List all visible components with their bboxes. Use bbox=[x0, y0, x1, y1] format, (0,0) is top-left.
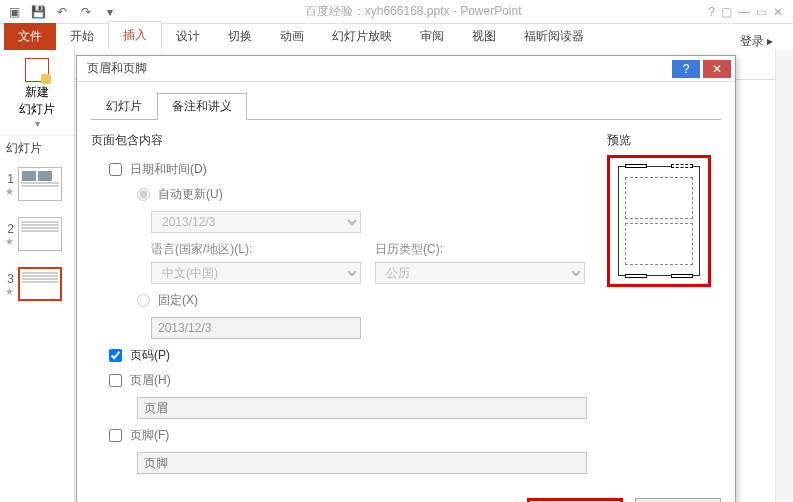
slide-thumb-2[interactable]: 2★ bbox=[4, 217, 70, 251]
quick-access-toolbar: ▣ 💾 ↶ ↷ ▾ bbox=[0, 4, 118, 20]
restore-icon[interactable]: ▭ bbox=[756, 5, 767, 19]
auto-update-label: 自动更新(U) bbox=[158, 186, 223, 203]
section-title: 页面包含内容 bbox=[91, 132, 587, 149]
header-checkbox[interactable] bbox=[109, 374, 122, 387]
dialog-close-button[interactable]: ✕ bbox=[703, 60, 731, 78]
new-slide-button[interactable]: 新建 幻灯片 ▾ bbox=[0, 54, 74, 136]
dialog-tab-notes[interactable]: 备注和讲义 bbox=[157, 93, 247, 120]
vertical-scrollbar[interactable] bbox=[775, 50, 793, 502]
tab-file[interactable]: 文件 bbox=[4, 23, 56, 50]
tab-review[interactable]: 审阅 bbox=[406, 23, 458, 50]
document-title: 百度经验：xyh666168.pptx - PowerPoint bbox=[118, 3, 708, 20]
window-controls: ? ▢ — ▭ ✕ bbox=[708, 5, 793, 19]
apply-all-highlight: 全部应用(Y) bbox=[527, 498, 623, 502]
help-icon[interactable]: ? bbox=[708, 5, 715, 19]
preview-highlight bbox=[607, 155, 711, 287]
dialog-help-button[interactable]: ? bbox=[672, 60, 700, 78]
tab-design[interactable]: 设计 bbox=[162, 23, 214, 50]
header-input[interactable] bbox=[137, 397, 587, 419]
tab-animations[interactable]: 动画 bbox=[266, 23, 318, 50]
ribbon-toggle-icon[interactable]: ▢ bbox=[721, 5, 732, 19]
calendar-select[interactable]: 公历 bbox=[375, 262, 585, 284]
dialog-tabs: 幻灯片 备注和讲义 bbox=[91, 92, 721, 120]
slide-thumb-1[interactable]: 1★ bbox=[4, 167, 70, 201]
footer-input[interactable] bbox=[137, 452, 587, 474]
header-label: 页眉(H) bbox=[130, 372, 171, 389]
footer-label: 页脚(F) bbox=[130, 427, 169, 444]
datetime-label: 日期和时间(D) bbox=[130, 161, 207, 178]
ribbon-tabs: 文件 开始 插入 设计 切换 动画 幻灯片放映 审阅 视图 福昕阅读器 登录 ▸ bbox=[0, 24, 793, 50]
new-slide-icon bbox=[25, 58, 49, 82]
datetime-checkbox[interactable] bbox=[109, 163, 122, 176]
cancel-button[interactable]: 取消 bbox=[635, 498, 721, 502]
login-link[interactable]: 登录 ▸ bbox=[740, 33, 793, 50]
tab-view[interactable]: 视图 bbox=[458, 23, 510, 50]
header-footer-dialog: 页眉和页脚 ? ✕ 幻灯片 备注和讲义 页面包含内容 日期和时间(D) 自动更新… bbox=[76, 55, 736, 502]
preview-pane: 预览 bbox=[607, 132, 721, 478]
language-label: 语言(国家/地区)(L): bbox=[151, 241, 363, 258]
slide-panel: 新建 幻灯片 ▾ 幻灯片 1★ 2★ 3★ bbox=[0, 50, 75, 502]
powerpoint-icon: ▣ bbox=[6, 4, 22, 20]
fixed-label: 固定(X) bbox=[158, 292, 198, 309]
tab-transitions[interactable]: 切换 bbox=[214, 23, 266, 50]
dialog-footer: 全部应用(Y) 取消 bbox=[77, 490, 735, 502]
redo-icon[interactable]: ↷ bbox=[78, 4, 94, 20]
preview-label: 预览 bbox=[607, 132, 721, 149]
dialog-form: 页面包含内容 日期和时间(D) 自动更新(U) 2013/12/3 语言( bbox=[91, 132, 587, 478]
pagenum-checkbox[interactable] bbox=[109, 349, 122, 362]
fixed-radio[interactable] bbox=[137, 294, 150, 307]
auto-update-radio[interactable] bbox=[137, 188, 150, 201]
tab-foxit[interactable]: 福昕阅读器 bbox=[510, 23, 598, 50]
slide-thumb-3[interactable]: 3★ bbox=[4, 267, 70, 301]
star-icon: ★ bbox=[5, 286, 13, 297]
undo-icon[interactable]: ↶ bbox=[54, 4, 70, 20]
new-slide-label: 新建 幻灯片 bbox=[0, 84, 74, 118]
preview-page bbox=[618, 166, 700, 276]
star-icon: ★ bbox=[5, 186, 13, 197]
pagenum-label: 页码(P) bbox=[130, 347, 170, 364]
panel-heading: 幻灯片 bbox=[0, 136, 74, 161]
fixed-date-input[interactable] bbox=[151, 317, 361, 339]
save-icon[interactable]: 💾 bbox=[30, 4, 46, 20]
calendar-label: 日历类型(C): bbox=[375, 241, 587, 258]
tab-slideshow[interactable]: 幻灯片放映 bbox=[318, 23, 406, 50]
star-icon: ★ bbox=[5, 236, 13, 247]
tab-insert[interactable]: 插入 bbox=[108, 21, 162, 50]
dialog-tab-slide[interactable]: 幻灯片 bbox=[91, 93, 157, 120]
qat-dropdown-icon[interactable]: ▾ bbox=[102, 4, 118, 20]
dialog-titlebar: 页眉和页脚 ? ✕ bbox=[77, 56, 735, 82]
dialog-title: 页眉和页脚 bbox=[87, 60, 147, 77]
language-select[interactable]: 中文(中国) bbox=[151, 262, 361, 284]
minimize-icon[interactable]: — bbox=[738, 5, 750, 19]
footer-checkbox[interactable] bbox=[109, 429, 122, 442]
tab-home[interactable]: 开始 bbox=[56, 23, 108, 50]
date-format-select[interactable]: 2013/12/3 bbox=[151, 211, 361, 233]
close-icon[interactable]: ✕ bbox=[773, 5, 783, 19]
